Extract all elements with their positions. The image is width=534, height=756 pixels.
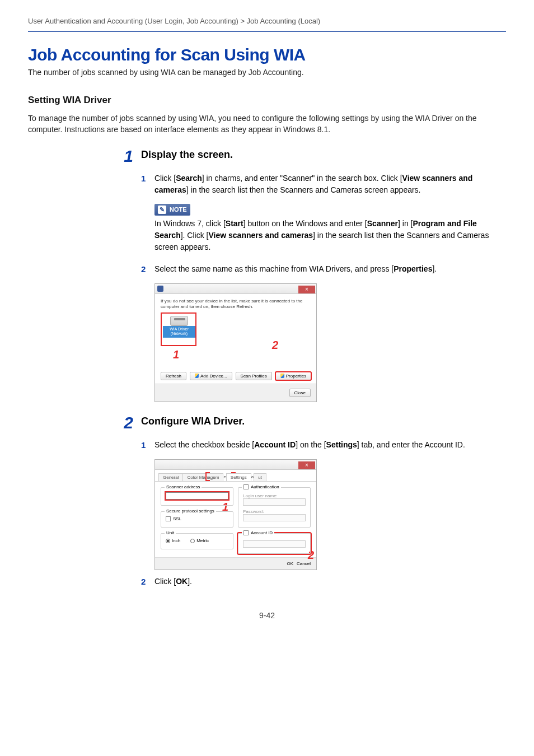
tab-out[interactable]: ut	[254, 473, 266, 481]
intro-text: The number of jobs scanned by using WIA …	[28, 68, 506, 77]
shield-icon	[280, 374, 284, 378]
substep-num: 2	[141, 263, 149, 276]
step-number-2: 2	[118, 414, 133, 431]
login-input[interactable]	[243, 498, 306, 506]
titlebar: ×	[155, 284, 316, 294]
substep-num: 1	[141, 172, 149, 185]
wia-properties-dialog: × General Color Managem e Settings a ut …	[154, 459, 317, 570]
device-list[interactable]: WIA Driver (Network) 1 2	[161, 312, 311, 368]
tab-general[interactable]: General	[158, 473, 183, 481]
step-title-2: Configure WIA Driver.	[141, 416, 245, 427]
group-label: Scanner address	[165, 484, 202, 489]
callout-number-1: 1	[173, 348, 179, 361]
refresh-button[interactable]: Refresh	[161, 372, 186, 380]
scanner-address-group: Scanner address	[161, 487, 233, 506]
ok-button[interactable]: OK	[287, 561, 294, 566]
login-label: Login user name:	[243, 493, 306, 498]
substep-text: Click [Search] in charms, and enter "Sca…	[154, 172, 506, 196]
window-icon	[157, 286, 163, 292]
device-label: WIA Driver (Network)	[163, 326, 195, 338]
substep-text: Select the same name as this machine fro…	[154, 263, 437, 275]
account-id-checkbox[interactable]	[243, 530, 249, 535]
auth-label: Authentication	[251, 484, 279, 489]
close-icon[interactable]: ×	[298, 461, 315, 469]
section-desc: To manage the number of jobs scanned by …	[28, 113, 506, 136]
inch-radio[interactable]	[166, 539, 170, 543]
scanner-address-input[interactable]	[166, 492, 228, 500]
substep-text: Select the checkbox beside [Account ID] …	[154, 439, 465, 451]
substep-num: 1	[141, 439, 149, 452]
tab-color[interactable]: Color Managem	[182, 473, 223, 481]
note-label: NOTE	[170, 206, 187, 213]
password-input[interactable]	[243, 514, 306, 521]
metric-radio[interactable]	[190, 539, 195, 543]
dialog-hint: If you do not see your device in the lis…	[161, 298, 311, 310]
substep-num: 2	[141, 576, 149, 589]
note-icon: ✎	[158, 206, 166, 214]
scanner-icon	[170, 316, 188, 326]
scanners-cameras-dialog: × If you do not see your device in the l…	[154, 283, 317, 402]
device-item[interactable]: WIA Driver (Network)	[163, 315, 195, 338]
account-id-group: Account ID	[238, 533, 311, 554]
step-title-1: Display the screen.	[141, 149, 233, 161]
auth-checkbox[interactable]	[243, 484, 249, 489]
group-label: Secure protocol settings	[165, 508, 216, 514]
unit-group: Unit Inch Metric	[161, 533, 233, 549]
shield-icon	[195, 374, 199, 378]
close-icon[interactable]: ×	[298, 286, 315, 293]
account-id-label: Account ID	[251, 530, 273, 535]
section-heading: Setting WIA Driver	[28, 95, 506, 106]
metric-label: Metric	[196, 538, 209, 543]
group-label: Unit	[165, 530, 176, 535]
tab-strip: General Color Managem e Settings a ut	[155, 470, 316, 482]
password-label: Password:	[243, 509, 306, 514]
ssl-checkbox[interactable]	[166, 516, 171, 521]
authentication-group: Authentication Login user name: Password…	[238, 487, 311, 528]
add-device-button[interactable]: Add Device...	[190, 372, 232, 380]
step-number-1: 1	[118, 148, 133, 165]
breadcrumb: User Authentication and Accounting (User…	[28, 17, 506, 32]
callout-box	[205, 472, 210, 481]
note-badge: ✎ NOTE	[154, 204, 190, 216]
page-number: 9-42	[28, 611, 506, 620]
scan-profiles-button[interactable]: Scan Profiles	[236, 372, 272, 380]
inch-label: Inch	[172, 538, 180, 543]
account-id-input[interactable]	[243, 540, 306, 548]
secure-protocol-group: Secure protocol settings SSL	[161, 511, 233, 528]
properties-button[interactable]: Properties	[275, 372, 311, 380]
ssl-label: SSL	[173, 516, 181, 521]
substep-text: Click [OK].	[154, 576, 192, 587]
titlebar: ×	[155, 460, 316, 470]
callout-number-2: 2	[272, 339, 278, 352]
page-title: Job Accounting for Scan Using WIA	[28, 45, 506, 64]
cancel-button[interactable]: Cancel	[297, 561, 311, 566]
note-text: In Windows 7, click [Start] button on th…	[154, 218, 506, 253]
close-button[interactable]: Close	[289, 389, 311, 397]
tab-settings[interactable]: Settings	[226, 473, 251, 481]
